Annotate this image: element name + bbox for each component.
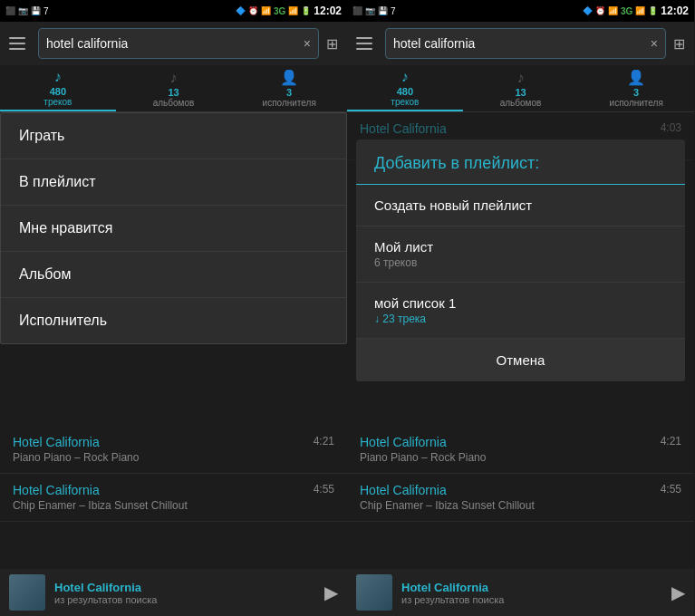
tab-count-artists-right: 3 <box>633 87 639 98</box>
top-bar-right: hotel california × ⊞ <box>347 22 694 65</box>
track-duration-3-r: 4:55 <box>661 483 681 496</box>
track-artist-2-r: Piano Piano – Rock Piano <box>360 451 653 464</box>
track-item-2-r[interactable]: Hotel California Piano Piano – Rock Pian… <box>347 426 694 474</box>
track-title-2: Hotel California <box>13 435 306 449</box>
photo-icon: 📷 <box>18 6 28 15</box>
context-album[interactable]: Альбом <box>1 252 346 298</box>
signal-icon: 📶 <box>288 6 298 15</box>
status-icons-right-left: ⬛ 📷 💾 7 <box>352 6 396 16</box>
tab-artist-icon-left: 👤 <box>280 69 298 86</box>
dialog-cancel-button[interactable]: Отмена <box>356 339 685 381</box>
track-info-2: Hotel California Piano Piano – Rock Pian… <box>13 435 306 464</box>
save-icon-r: 💾 <box>378 6 388 15</box>
bluetooth-icon: 🔷 <box>236 6 246 15</box>
tab-count-albums-left: 13 <box>168 87 179 98</box>
player-info-right: Hotel California из результатов поиска <box>401 581 662 605</box>
playlist-dialog: Добавить в плейлист: Создать новый плейл… <box>356 140 685 381</box>
tab-album-icon-right: ♪ <box>517 70 525 86</box>
context-play[interactable]: Играть <box>1 113 346 159</box>
alarm-icon: ⏰ <box>248 6 258 15</box>
track-info-2-r: Hotel California Piano Piano – Rock Pian… <box>360 435 653 464</box>
status-bar-right: ⬛ 📷 💾 7 🔷 ⏰ 📶 3G 📶 🔋 12:02 <box>347 0 694 22</box>
track-info-3: Hotel California Chip Enamer – Ibiza Sun… <box>13 483 306 512</box>
menu-button-left[interactable] <box>9 37 31 50</box>
track-duration-3: 4:55 <box>314 483 334 496</box>
track-duration-2-r: 4:21 <box>661 435 681 448</box>
tab-tracks-right[interactable]: ♪ 480 треков <box>347 65 463 111</box>
track-duration-2: 4:21 <box>314 435 334 448</box>
tab-label-albums-right: альбомов <box>500 98 542 108</box>
track-artist-3: Chip Enamer – Ibiza Sunset Chillout <box>13 499 306 512</box>
status-bar-left: ⬛ 📷 💾 7 🔷 ⏰ 📶 3G 📶 🔋 12:02 <box>0 0 347 22</box>
right-panel: ⬛ 📷 💾 7 🔷 ⏰ 📶 3G 📶 🔋 12:02 hotel califor… <box>347 0 694 616</box>
seven-icon-r: 7 <box>391 6 396 16</box>
wifi-icon: 📶 <box>261 6 271 15</box>
track-item-3[interactable]: Hotel California Chip Enamer – Ibiza Sun… <box>0 474 347 522</box>
context-like[interactable]: Мне нравится <box>1 206 346 252</box>
status-icons-right-right: 🔷 ⏰ 📶 3G 📶 🔋 12:02 <box>583 5 689 17</box>
dialog-mylist1-title: мой список 1 <box>374 295 667 311</box>
search-clear-right[interactable]: × <box>651 36 658 51</box>
track-item-2[interactable]: Hotel California Piano Piano – Rock Pian… <box>0 426 347 474</box>
signal-icon-r: 📶 <box>635 6 645 15</box>
menu-button-right[interactable] <box>356 37 378 50</box>
tab-count-tracks-right: 480 <box>397 86 413 97</box>
player-sub-left: из результатов поиска <box>54 594 315 605</box>
status-time-left: 12:02 <box>314 5 342 17</box>
track-artist-3-r: Chip Enamer – Ibiza Sunset Chillout <box>360 499 653 512</box>
track-title-3-r: Hotel California <box>360 483 653 497</box>
tab-count-albums-right: 13 <box>515 87 526 98</box>
network-label: 3G <box>274 6 285 16</box>
player-title-left: Hotel California <box>54 581 315 594</box>
play-button-left[interactable]: ▶ <box>324 582 338 603</box>
dialog-title: Добавить в плейлист: <box>356 140 685 185</box>
dialog-mylist-sub: 6 треков <box>374 256 667 269</box>
player-title-right: Hotel California <box>401 581 662 594</box>
search-clear-left[interactable]: × <box>304 36 311 51</box>
search-box-right[interactable]: hotel california × <box>385 28 666 59</box>
tab-albums-right[interactable]: ♪ 13 альбомов <box>463 65 579 111</box>
tab-artists-right[interactable]: 👤 3 исполнителя <box>578 65 694 111</box>
player-thumb-right <box>356 574 392 611</box>
track-item-3-r[interactable]: Hotel California Chip Enamer – Ibiza Sun… <box>347 474 694 522</box>
tab-label-artists-right: исполнителя <box>610 98 663 108</box>
track-artist-2: Piano Piano – Rock Piano <box>13 451 306 464</box>
battery-icon-r: 🔋 <box>648 6 658 15</box>
tab-label-albums-left: альбомов <box>153 98 195 108</box>
bluetooth-icon-r: 🔷 <box>583 6 593 15</box>
player-info-left: Hotel California из результатов поиска <box>54 581 315 605</box>
save-icon: 💾 <box>31 6 41 15</box>
context-playlist[interactable]: В плейлист <box>1 159 346 206</box>
tab-tracks-left[interactable]: ♪ 480 треков <box>0 65 116 111</box>
dialog-mylist-title: Мой лист <box>374 239 667 255</box>
status-icons-left: ⬛ 📷 💾 7 <box>5 6 49 16</box>
bottom-player-right: Hotel California из результатов поиска ▶ <box>347 569 694 616</box>
tab-artists-left[interactable]: 👤 3 исполнителя <box>231 65 347 111</box>
dialog-mylist1-sub: ↓ 23 трека <box>374 313 667 325</box>
search-text-left: hotel california <box>46 36 304 51</box>
battery-icon: 🔋 <box>301 6 311 15</box>
wifi-icon-r: 📶 <box>608 6 618 15</box>
context-artist[interactable]: Исполнитель <box>1 298 346 343</box>
network-label-r: 3G <box>621 6 632 16</box>
dropbox-icon: ⬛ <box>5 6 15 15</box>
content-right: Hotel California The Eagles – The E... 4… <box>347 112 694 569</box>
track-info-3-r: Hotel California Chip Enamer – Ibiza Sun… <box>360 483 653 512</box>
tabs-right: ♪ 480 треков ♪ 13 альбомов 👤 3 исполните… <box>347 65 694 112</box>
search-box-left[interactable]: hotel california × <box>38 28 319 59</box>
tabs-left: ♪ 480 треков ♪ 13 альбомов 👤 3 исполните… <box>0 65 347 112</box>
player-thumb-left <box>9 574 45 611</box>
tab-albums-left[interactable]: ♪ 13 альбомов <box>116 65 232 111</box>
play-button-right[interactable]: ▶ <box>671 582 685 603</box>
dialog-create-playlist[interactable]: Создать новый плейлист <box>356 185 685 226</box>
player-sub-right: из результатов поиска <box>401 594 662 605</box>
grid-icon-left[interactable]: ⊞ <box>326 35 338 53</box>
grid-icon-right[interactable]: ⊞ <box>673 35 685 53</box>
track-duration-top-r: 4:03 <box>661 121 681 134</box>
tab-label-tracks-left: треков <box>43 97 72 107</box>
dialog-my-list-1[interactable]: мой список 1 ↓ 23 трека <box>356 283 685 339</box>
tab-label-artists-left: исполнителя <box>263 98 316 108</box>
dialog-my-list[interactable]: Мой лист 6 треков <box>356 226 685 283</box>
photo-icon-r: 📷 <box>365 6 375 15</box>
alarm-icon-r: ⏰ <box>595 6 605 15</box>
